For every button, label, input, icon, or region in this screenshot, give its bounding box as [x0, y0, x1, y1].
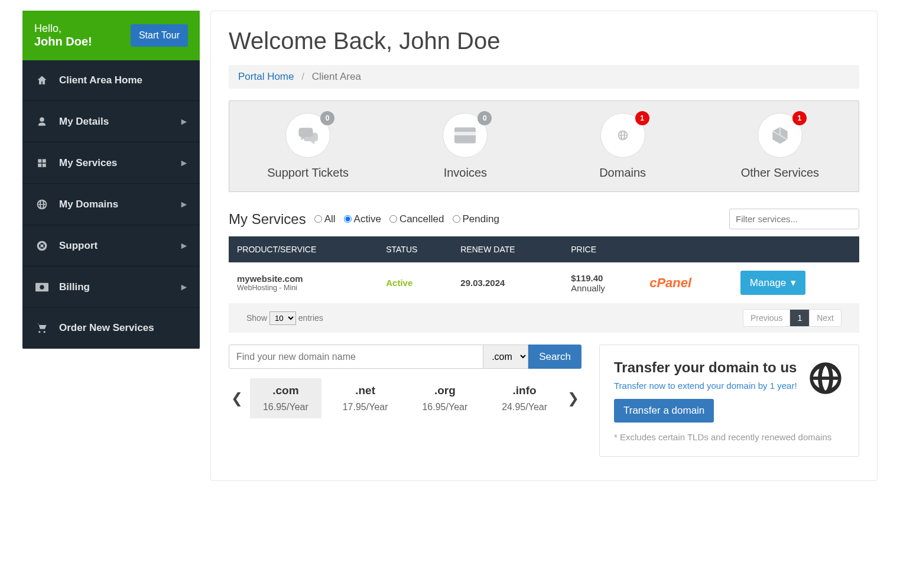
- sidebar-item-label: My Services: [59, 157, 117, 169]
- services-table: PRODUCT/SERVICESTATUSRENEW DATEPRICE myw…: [229, 236, 859, 303]
- sidebar-item-order-new-services[interactable]: Order New Services: [22, 308, 200, 349]
- stat-label: Domains: [599, 166, 646, 180]
- stat-label: Invoices: [444, 166, 487, 180]
- sidebar: Hello, John Doe! Start Tour Client Area …: [22, 11, 200, 349]
- table-row: mywebsite.comWebHosting - Mini Active 29…: [229, 262, 859, 303]
- life-ring-icon: [35, 240, 48, 252]
- sidebar-item-label: Client Area Home: [59, 74, 142, 86]
- tld-card-info[interactable]: .info24.95/Year: [489, 378, 560, 418]
- domain-search-panel: .com Search ❮ .com16.95/Year.net17.95/Ye…: [229, 345, 581, 457]
- cell-renew: 29.03.2024: [452, 262, 563, 303]
- sidebar-item-billing[interactable]: Billing ▸: [22, 267, 200, 308]
- svg-rect-2: [38, 163, 41, 167]
- transfer-card: Transfer your domain to us Transfer now …: [599, 345, 859, 457]
- money-icon: [35, 282, 48, 293]
- grid-icon: [35, 158, 48, 168]
- transfer-button[interactable]: Transfer a domain: [614, 399, 714, 423]
- greeting-username: John Doe!: [34, 35, 92, 48]
- caret-down-icon: ▾: [791, 277, 796, 289]
- stat-other-services[interactable]: 1 Other Services: [704, 113, 856, 180]
- tld-price: 17.95/Year: [333, 402, 398, 412]
- tld-next-arrow[interactable]: ❯: [565, 390, 581, 407]
- sidebar-item-label: My Details: [59, 116, 109, 128]
- tld-ext: .com: [254, 384, 318, 397]
- tld-prev-arrow[interactable]: ❮: [229, 390, 245, 407]
- tld-price: 16.95/Year: [254, 402, 318, 412]
- transfer-title: Transfer your domain to us: [614, 359, 797, 376]
- stat-count-badge: 0: [320, 111, 334, 125]
- page-title: Welcome Back, John Doe: [229, 28, 859, 54]
- chevron-right-icon: ▸: [181, 198, 187, 210]
- breadcrumb-separator: /: [301, 71, 304, 83]
- pagination-prev[interactable]: Previous: [743, 310, 790, 326]
- greeting-label: Hello,: [34, 22, 61, 34]
- sidebar-item-my-domains[interactable]: My Domains ▸: [22, 184, 200, 225]
- transfer-link[interactable]: Transfer now to extend your domain by 1 …: [614, 381, 797, 391]
- globe-icon: [807, 359, 844, 423]
- domain-search-input[interactable]: [229, 345, 483, 369]
- cell-panel: cPanel: [641, 262, 732, 303]
- svg-rect-1: [43, 159, 46, 163]
- table-header: [641, 236, 732, 262]
- chevron-right-icon: ▸: [181, 115, 187, 128]
- sidebar-item-my-services[interactable]: My Services ▸: [22, 142, 200, 184]
- pagination: Previous 1 Next: [743, 309, 841, 327]
- cell-product: mywebsite.comWebHosting - Mini: [229, 262, 378, 303]
- stat-support-tickets[interactable]: 0 Support Tickets: [232, 113, 384, 180]
- domain-tld-select[interactable]: .com: [483, 345, 528, 369]
- filter-radio-all[interactable]: [314, 215, 322, 223]
- sidebar-item-label: Billing: [59, 281, 90, 293]
- filter-cancelled[interactable]: Cancelled: [389, 213, 444, 225]
- globe-icon: 1: [600, 113, 645, 158]
- filter-all[interactable]: All: [314, 213, 336, 225]
- sidebar-item-label: Support: [59, 240, 98, 252]
- entries-per-page-select[interactable]: 10: [269, 311, 296, 325]
- cell-action: Manage ▾: [732, 262, 859, 303]
- entries-label: entries: [298, 313, 323, 323]
- main-content: Welcome Back, John Doe Portal Home / Cli…: [210, 11, 878, 481]
- sidebar-nav: Client Area Home My Details ▸ My Service…: [22, 60, 200, 349]
- table-header: STATUS: [378, 236, 452, 262]
- pagination-page-1[interactable]: 1: [790, 310, 810, 326]
- stat-label: Support Tickets: [267, 166, 349, 180]
- chevron-right-icon: ▸: [181, 239, 187, 252]
- breadcrumb-current: Client Area: [312, 71, 361, 82]
- tld-card-net[interactable]: .net17.95/Year: [330, 378, 401, 418]
- breadcrumb-home-link[interactable]: Portal Home: [238, 71, 294, 82]
- manage-button[interactable]: Manage ▾: [740, 271, 805, 295]
- filter-radio-pending[interactable]: [453, 215, 460, 223]
- svg-rect-0: [38, 159, 41, 163]
- stat-label: Other Services: [741, 166, 819, 180]
- sidebar-item-my-details[interactable]: My Details ▸: [22, 101, 200, 142]
- chevron-right-icon: ▸: [181, 281, 187, 293]
- entries-show-label: Show: [246, 313, 267, 323]
- tld-card-org[interactable]: .org16.95/Year: [410, 378, 481, 418]
- tld-ext: .net: [333, 384, 398, 397]
- sidebar-item-client-area-home[interactable]: Client Area Home: [22, 60, 200, 101]
- tld-ext: .info: [492, 384, 557, 397]
- stat-count-badge: 1: [635, 111, 649, 125]
- services-filter-input[interactable]: [729, 209, 859, 229]
- svg-rect-7: [454, 132, 476, 135]
- start-tour-button[interactable]: Start Tour: [131, 24, 188, 47]
- table-header: PRODUCT/SERVICE: [229, 236, 378, 262]
- table-header: [732, 236, 859, 262]
- card-icon: 0: [443, 113, 488, 158]
- tld-card-com[interactable]: .com16.95/Year: [250, 378, 321, 418]
- globe-icon: [35, 199, 48, 210]
- stat-count-badge: 0: [477, 111, 492, 125]
- filter-radio-active[interactable]: [344, 215, 352, 223]
- filter-active[interactable]: Active: [344, 213, 381, 225]
- filter-radio-cancelled[interactable]: [389, 215, 397, 223]
- filter-pending[interactable]: Pending: [453, 213, 499, 225]
- domain-search-button[interactable]: Search: [528, 345, 581, 369]
- sidebar-item-support[interactable]: Support ▸: [22, 225, 200, 267]
- pagination-next[interactable]: Next: [810, 310, 841, 326]
- tld-ext: .org: [413, 384, 477, 397]
- svg-rect-3: [43, 163, 46, 167]
- stats-row: 0 Support Tickets 0 Invoices 1 Domains 1…: [229, 100, 859, 192]
- stat-domains[interactable]: 1 Domains: [547, 113, 698, 180]
- stat-invoices[interactable]: 0 Invoices: [390, 113, 541, 180]
- cart-icon: [35, 322, 48, 334]
- transfer-note: * Excludes certain TLDs and recently ren…: [614, 432, 844, 442]
